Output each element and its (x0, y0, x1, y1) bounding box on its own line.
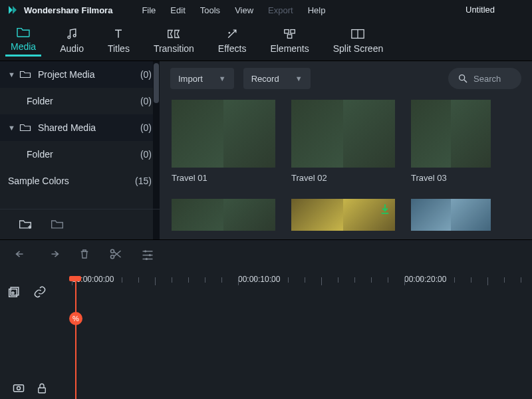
effects-icon (225, 27, 239, 41)
tab-audio[interactable]: Audio (55, 25, 89, 57)
svg-point-7 (460, 75, 465, 80)
timeline-ruler[interactable]: 00:00:00:00 00:00:10:00 00:00:20:00 (72, 277, 532, 293)
tab-titles[interactable]: Titles (102, 25, 135, 57)
ruler-label: 00:00:20:00 (404, 275, 446, 284)
sidebar-item-label: Sample Colors (8, 176, 69, 186)
media-thumbnail (411, 199, 491, 231)
sidebar-item-count: (0) (140, 149, 152, 160)
sidebar-item-project-folder[interactable]: Folder (0) (0, 88, 160, 114)
sidebar-item-count: (0) (140, 69, 152, 80)
gallery-toolbar: Import ▼ Record ▼ Search (160, 61, 532, 96)
sidebar-item-label: Project Media (38, 69, 95, 80)
timeline: 00:00:00:00 00:00:10:00 00:00:20:00 % (0, 239, 532, 399)
tab-split-screen[interactable]: Split Screen (328, 25, 388, 57)
svg-point-11 (111, 255, 114, 259)
media-label: Travel 02 (291, 173, 395, 183)
new-folder-icon[interactable] (51, 218, 64, 231)
media-thumbnail (291, 199, 395, 231)
media-label: Travel 01 (172, 173, 275, 183)
titlebar: Wondershare Filmora File Edit Tools View… (0, 0, 532, 20)
sidebar-item-shared-media[interactable]: ▼ Shared Media (0) (0, 114, 160, 141)
sidebar-item-shared-folder[interactable]: Folder (0) (0, 141, 160, 168)
sidebar-item-count: (0) (140, 96, 152, 106)
tab-audio-label: Audio (60, 43, 84, 54)
svg-rect-3 (290, 30, 294, 34)
menu-view[interactable]: View (235, 5, 253, 15)
menu-file[interactable]: File (142, 5, 156, 15)
playhead-line (75, 276, 76, 399)
media-card[interactable] (411, 199, 491, 231)
record-label: Record (251, 74, 279, 84)
media-card[interactable]: Travel 02 (291, 100, 395, 183)
svg-point-16 (149, 254, 151, 256)
scissors-icon[interactable] (109, 247, 122, 261)
svg-rect-4 (287, 35, 291, 38)
sidebar-item-project-media[interactable]: ▼ Project Media (0) (0, 61, 160, 88)
media-thumbnail (411, 100, 491, 168)
media-gallery: Import ▼ Record ▼ Search Travel 01 Trave… (160, 61, 532, 239)
svg-point-21 (17, 386, 21, 390)
new-folder-add-icon[interactable] (19, 218, 32, 231)
import-dropdown[interactable]: Import ▼ (170, 68, 234, 89)
timeline-bottom-tools (12, 382, 48, 395)
gallery-grid: Travel 01 Travel 02 Travel 03 (160, 96, 532, 231)
link-icon[interactable] (33, 285, 47, 299)
tab-split-label: Split Screen (333, 43, 383, 54)
media-thumbnail (172, 100, 275, 168)
svg-point-10 (111, 249, 114, 253)
redo-icon[interactable] (47, 248, 60, 260)
folder-icon (19, 123, 31, 132)
add-track-icon[interactable] (8, 285, 21, 299)
menu-export: Export (268, 5, 293, 15)
search-icon (458, 73, 468, 84)
sidebar-item-count: (0) (140, 122, 152, 133)
chevron-down-icon: ▼ (295, 74, 303, 82)
folder-icon (19, 70, 31, 79)
music-icon (65, 27, 78, 41)
undo-icon[interactable] (15, 248, 28, 260)
sidebar-item-sample-colors[interactable]: Sample Colors (15) (0, 168, 160, 194)
menubar: File Edit Tools View Export Help (142, 5, 325, 15)
media-card[interactable] (172, 199, 275, 231)
playhead-marker-icon[interactable]: % (69, 312, 82, 325)
sidebar-item-label: Folder (27, 149, 53, 160)
capture-icon[interactable] (12, 382, 25, 395)
svg-rect-20 (14, 385, 24, 392)
menu-help[interactable]: Help (308, 5, 326, 15)
sidebar-actions (0, 209, 160, 239)
transition-icon (166, 27, 181, 41)
tab-transition[interactable]: Transition (148, 25, 200, 57)
record-dropdown[interactable]: Record ▼ (243, 68, 311, 89)
tab-titles-label: Titles (108, 43, 130, 54)
svg-point-1 (73, 35, 76, 37)
folder-icon (16, 25, 31, 39)
mid-area: ▼ Project Media (0) Folder (0) ▼ Shared … (0, 61, 532, 239)
media-card[interactable]: Travel 01 (172, 100, 275, 183)
import-label: Import (178, 74, 203, 84)
lock-icon[interactable] (36, 382, 48, 395)
chevron-down-icon: ▼ (8, 70, 15, 78)
sidebar-item-label: Shared Media (38, 122, 96, 133)
media-label: Travel 03 (411, 173, 491, 183)
media-card[interactable] (291, 199, 395, 231)
tab-media[interactable]: Media (5, 23, 41, 57)
tab-effects-label: Effects (218, 43, 247, 54)
tab-media-label: Media (11, 41, 36, 52)
delete-icon[interactable] (78, 247, 90, 261)
ruler-label: 00:00:10:00 (238, 275, 280, 284)
elements-icon (283, 27, 297, 41)
search-input[interactable]: Search (448, 68, 521, 89)
media-card[interactable]: Travel 03 (411, 100, 491, 183)
titles-icon (112, 27, 125, 41)
menu-edit[interactable]: Edit (170, 5, 185, 15)
svg-rect-2 (284, 30, 288, 34)
download-icon[interactable] (379, 203, 391, 215)
timeline-toolbar (0, 240, 532, 268)
settings-sliders-icon[interactable] (141, 248, 154, 260)
menu-tools[interactable]: Tools (200, 5, 220, 15)
chevron-down-icon: ▼ (8, 124, 15, 132)
tab-effects[interactable]: Effects (213, 25, 252, 57)
tab-elements[interactable]: Elements (265, 25, 314, 57)
tool-tabs: Media Audio Titles Transition Effects El… (0, 20, 532, 61)
project-title: Untitled (466, 5, 495, 15)
